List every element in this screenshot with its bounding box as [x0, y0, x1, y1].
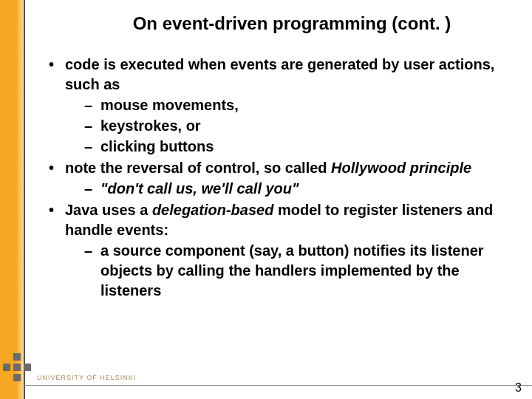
- university-name: UNIVERSITY OF HELSINKI: [37, 374, 136, 381]
- sub-item: mouse movements,: [65, 95, 517, 115]
- bullet-item: code is executed when events are generat…: [44, 55, 517, 157]
- sub-list: "don't call us, we'll call you": [65, 179, 517, 199]
- sub-item: clicking buttons: [65, 137, 517, 157]
- footer-divider: [24, 385, 532, 386]
- sub-list: a source component (say, a button) notif…: [65, 241, 517, 301]
- sub-list: mouse movements, keystrokes, or clicking…: [65, 95, 517, 157]
- bullet-text: note the reversal of control, so called …: [65, 160, 471, 176]
- slide-title: On event-driven programming (cont. ): [66, 13, 517, 34]
- bullet-item: note the reversal of control, so called …: [44, 158, 517, 199]
- slide-content: On event-driven programming (cont. ) cod…: [44, 13, 517, 302]
- sub-item: "don't call us, we'll call you": [65, 179, 517, 199]
- sub-item: keystrokes, or: [65, 116, 517, 136]
- sidebar-accent: [0, 0, 24, 399]
- page-number: 3: [515, 381, 522, 395]
- bullet-list: code is executed when events are generat…: [44, 55, 517, 301]
- university-logo: [3, 353, 33, 386]
- bullet-text: Java uses a delegation-based model to re…: [65, 202, 493, 238]
- bullet-text: code is executed when events are generat…: [65, 56, 494, 92]
- sub-item: a source component (say, a button) notif…: [65, 241, 517, 301]
- sidebar-divider: [24, 0, 25, 399]
- bullet-item: Java uses a delegation-based model to re…: [44, 200, 517, 301]
